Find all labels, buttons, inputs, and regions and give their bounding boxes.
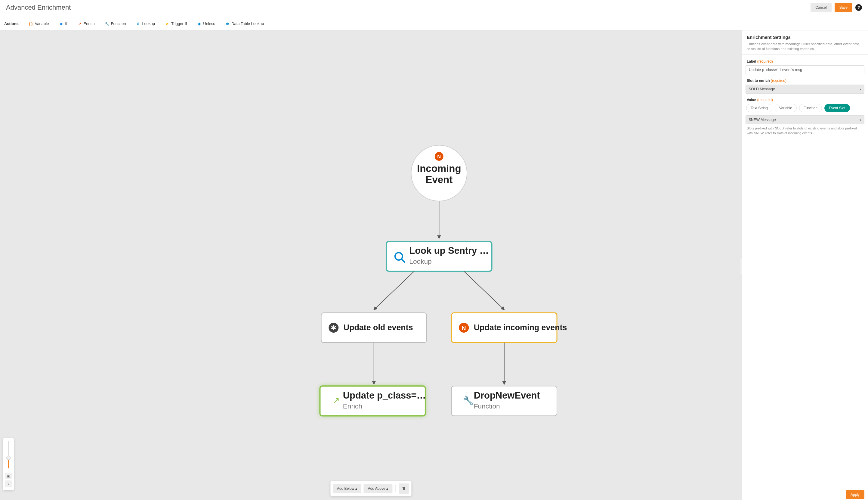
add-below-button[interactable]: Add Below ▴ — [333, 484, 361, 493]
action-function[interactable]: 🔧 Function — [103, 20, 128, 27]
if-icon: ◆ — [59, 22, 63, 26]
node-enrich-selected[interactable]: ↗ Update p_class=… Enrich — [320, 386, 426, 416]
action-label: Trigger-If — [171, 21, 187, 26]
action-label: Unless — [203, 21, 215, 26]
action-if[interactable]: ◆ If — [57, 20, 69, 27]
zoom-slider[interactable] — [8, 441, 9, 468]
value-select[interactable]: $NEW.Message ▾ — [745, 115, 864, 124]
save-button[interactable]: Save — [835, 3, 852, 12]
label-field-label: Label (required) — [747, 59, 863, 64]
action-label: Data Table Lookup — [231, 21, 264, 26]
pill-function[interactable]: Function — [799, 104, 822, 112]
svg-text:Update old events: Update old events — [344, 323, 413, 332]
value-field-label: Value (required) — [747, 98, 863, 102]
svg-text:Look up Sentry …: Look up Sentry … — [409, 245, 489, 256]
node-incoming-event[interactable]: N Incoming Event — [411, 145, 467, 201]
chevron-down-icon: ▾ — [859, 118, 861, 122]
apply-button[interactable]: Apply — [846, 490, 864, 499]
function-icon: 🔧 — [105, 22, 109, 26]
variable-icon: { } — [29, 22, 33, 26]
action-enrich[interactable]: ↗ Enrich — [76, 20, 96, 27]
action-unless[interactable]: ◆ Unless — [195, 20, 217, 27]
pill-variable[interactable]: Variable — [775, 104, 797, 112]
svg-text:Lookup: Lookup — [409, 257, 431, 265]
slot-field-label: Slot to enrich (required) — [747, 79, 863, 83]
actions-label: Actions — [4, 21, 19, 26]
panel-title: Enrichment Settings — [747, 35, 863, 40]
action-label: If — [65, 21, 67, 26]
actions-toolbar: Actions { } Variable ◆ If ↗ Enrich 🔧 Fun… — [0, 17, 868, 31]
svg-text:🔧: 🔧 — [463, 395, 474, 406]
svg-text:Update incoming events: Update incoming events — [474, 323, 567, 332]
node-update-incoming-events[interactable]: N Update incoming events — [452, 313, 567, 343]
caret-up-icon: ▴ — [355, 487, 357, 491]
panel-collapse-handle[interactable] — [740, 257, 742, 275]
zoom-reset-button[interactable]: ○ — [5, 480, 12, 487]
svg-text:✱: ✱ — [331, 324, 336, 332]
divider — [395, 485, 396, 492]
value-type-pills: Text String Variable Function Event Slot — [745, 104, 864, 112]
action-label: Function — [111, 21, 126, 26]
delete-button[interactable] — [398, 484, 409, 494]
action-label: Enrich — [84, 21, 95, 26]
node-update-old-events[interactable]: ✱ Update old events — [321, 313, 427, 343]
svg-text:Update p_class=…: Update p_class=… — [343, 390, 426, 401]
node-drop-new-event[interactable]: 🔧 DropNewEvent Function — [452, 386, 557, 416]
page-title: Advanced Enrichment — [6, 4, 71, 11]
action-data-table-lookup[interactable]: ⊕ Data Table Lookup — [223, 20, 266, 27]
svg-text:Enrich: Enrich — [343, 402, 362, 410]
caret-up-icon: ▴ — [386, 487, 388, 491]
svg-text:Function: Function — [474, 402, 500, 410]
action-label: Lookup — [142, 21, 155, 26]
svg-text:N: N — [437, 154, 441, 159]
svg-text:Event: Event — [426, 174, 452, 185]
trigger-if-icon: ➤ — [165, 22, 170, 26]
label-input[interactable] — [745, 65, 864, 75]
svg-text:N: N — [462, 325, 466, 331]
svg-text:Incoming: Incoming — [417, 163, 461, 174]
data-table-lookup-icon: ⊕ — [225, 22, 230, 26]
chevron-down-icon: ▾ — [859, 88, 861, 91]
action-variable[interactable]: { } Variable — [27, 20, 51, 27]
cancel-button[interactable]: Cancel — [811, 3, 831, 12]
svg-text:↗: ↗ — [333, 396, 340, 405]
slot-select[interactable]: $OLD.Message ▾ — [745, 84, 864, 94]
pill-text-string[interactable]: Text String — [746, 104, 772, 112]
panel-description: Enriches event data with meaningful user… — [747, 42, 863, 51]
add-bar: Add Below ▴ Add Above ▴ — [331, 481, 411, 496]
action-lookup[interactable]: ⊕ Lookup — [134, 20, 157, 27]
enrich-icon: ↗ — [78, 22, 82, 26]
zoom-widget: ▣ ○ — [3, 438, 14, 490]
flow-canvas[interactable]: N Incoming Event Look up Sentry … Lookup — [0, 31, 742, 500]
top-header: Advanced Enrichment Cancel Save ? — [0, 0, 868, 17]
action-label: Variable — [35, 21, 49, 26]
pill-event-slot[interactable]: Event Slot — [824, 104, 850, 112]
lookup-icon: ⊕ — [136, 22, 140, 26]
zoom-fit-button[interactable]: ▣ — [5, 473, 12, 479]
node-lookup[interactable]: Look up Sentry … Lookup — [386, 241, 492, 271]
unless-icon: ◆ — [197, 22, 201, 26]
action-trigger-if[interactable]: ➤ Trigger-If — [163, 20, 189, 27]
trash-icon — [402, 487, 406, 491]
help-icon[interactable]: ? — [855, 4, 862, 11]
svg-text:DropNewEvent: DropNewEvent — [474, 390, 540, 401]
add-above-button[interactable]: Add Above ▴ — [364, 484, 392, 493]
settings-panel: Enrichment Settings Enriches event data … — [742, 31, 868, 500]
value-hint: Slots prefixed with '$OLD' refer to slot… — [747, 126, 863, 135]
